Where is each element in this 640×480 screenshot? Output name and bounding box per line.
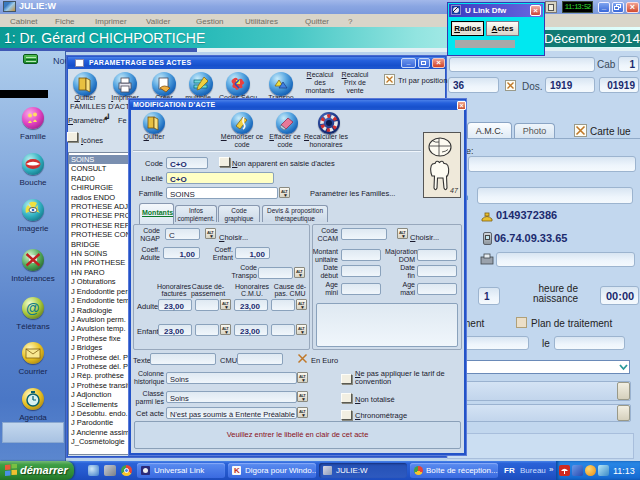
- svg-text:47: 47: [450, 187, 459, 194]
- svg-text:@: @: [26, 300, 40, 316]
